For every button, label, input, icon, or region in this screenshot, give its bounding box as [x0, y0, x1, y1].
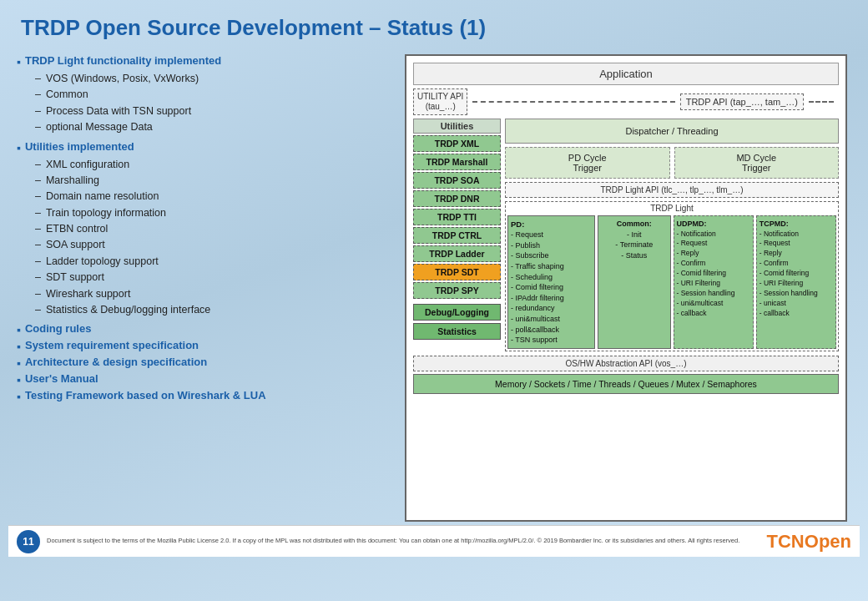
- debug-logging-box: Debug/Logging: [413, 304, 501, 321]
- tcpmd-box: TCPMD: - Notification - Request - Reply …: [756, 215, 836, 349]
- trdp-marshall-box: TRDP Marshall: [413, 154, 501, 170]
- left-column: TRDP Light functionality implemented VOS…: [17, 54, 396, 522]
- tcn-logo: TCNOpen: [767, 531, 851, 553]
- section-header-1: TRDP Light functionality implemented: [17, 54, 396, 68]
- trdp-ladder-box: TRDP Ladder: [413, 245, 501, 262]
- application-bar: Application: [413, 63, 839, 85]
- list-item: VOS (Windows, Posix, VxWorks): [35, 71, 396, 87]
- common-box: Common: - Init - Terminate - Status: [598, 215, 670, 349]
- memory-row: Memory / Sockets / Time / Threads / Queu…: [413, 374, 839, 394]
- utilities-column: Utilities TRDP XML TRDP Marshall TRDP SO…: [413, 119, 501, 351]
- slide-container: TRDP Open Source Development – Status (1…: [0, 0, 868, 601]
- pd-box: PD: - Request - Publish - Subscribe - Tr…: [507, 215, 595, 349]
- list-item: SDT support: [35, 270, 396, 285]
- md-cycle-box: MD CycleTrigger: [674, 147, 840, 179]
- trdp-soa-box: TRDP SOA: [413, 172, 501, 189]
- udpmd-box: UDPMD: - Notification - Request - Reply …: [674, 215, 754, 349]
- statistics-box: Statistics: [413, 323, 501, 340]
- list-item: optional Message Data: [35, 119, 396, 135]
- section-header-5: Architecture & design specification: [17, 356, 396, 370]
- trdp-api-label: TRDP API (tap_…, tam_…): [680, 93, 804, 110]
- page-number: 11: [17, 530, 40, 553]
- dashed-line-2: [809, 101, 834, 103]
- tcn-text: TCN: [767, 531, 805, 552]
- open-text: Open: [805, 531, 851, 552]
- content-area: TRDP Light functionality implemented VOS…: [8, 54, 860, 522]
- os-hw-row: OS/HW Abstraction API (vos_…): [413, 356, 839, 371]
- list-item: Marshalling: [35, 173, 396, 189]
- section-header-3: Coding rules: [17, 322, 396, 336]
- list-item: Ladder topology support: [35, 254, 396, 270]
- sub-items-2: XML configuration Marshalling Domain nam…: [17, 157, 396, 319]
- section-header-4: System requirement specification: [17, 339, 396, 353]
- trdp-light-title: TRDP Light: [507, 204, 836, 213]
- list-item: ETBN control: [35, 221, 396, 237]
- list-item: SOA support: [35, 237, 396, 253]
- utilities-header: Utilities: [413, 119, 501, 134]
- diagram-body: Utilities TRDP XML TRDP Marshall TRDP SO…: [413, 119, 839, 351]
- cycle-row: PD CycleTrigger MD CycleTrigger: [505, 147, 839, 179]
- sub-items-1: VOS (Windows, Posix, VxWorks) Common Pro…: [17, 71, 396, 136]
- dispatcher-box: Dispatcher / Threading: [505, 119, 839, 144]
- list-item: Domain name resolution: [35, 189, 396, 205]
- list-item: Common: [35, 87, 396, 103]
- trdp-dnr-box: TRDP DNR: [413, 190, 501, 207]
- trdp-sdt-box: TRDP SDT: [413, 264, 501, 280]
- diagram-wrapper: Application UTILITY API(tau_…) TRDP API …: [405, 54, 847, 522]
- list-item: XML configuration: [35, 157, 396, 173]
- section-header-7: Testing Framework based on Wireshark & L…: [17, 389, 396, 403]
- list-item: Statistics & Debug/logging interface: [35, 302, 396, 318]
- trdp-tti-box: TRDP TTI: [413, 209, 501, 225]
- trdp-ctrl-box: TRDP CTRL: [413, 227, 501, 244]
- trdp-light-api-label: TRDP Light API (tlc_…, tlp_…, tlm_…): [505, 182, 839, 198]
- right-main: Dispatcher / Threading PD CycleTrigger M…: [505, 119, 839, 351]
- list-item: Process Data with TSN support: [35, 104, 396, 119]
- list-item: Wireshark support: [35, 286, 396, 302]
- slide-title: TRDP Open Source Development – Status (1…: [8, 8, 860, 48]
- footer: 11 Document is subject to the terms of t…: [8, 525, 860, 557]
- trdp-xml-box: TRDP XML: [413, 135, 501, 152]
- pd-cycle-box: PD CycleTrigger: [505, 147, 670, 179]
- list-item: Train topology information: [35, 205, 396, 221]
- footer-text: Document is subject to the terms of the …: [47, 537, 759, 546]
- dashed-line-1: [472, 101, 674, 103]
- utility-api-label: UTILITY API(tau_…): [413, 88, 467, 115]
- section-header-2: Utilities implemented: [17, 140, 396, 154]
- section-header-6: User's Manual: [17, 372, 396, 386]
- trdp-light-inner: PD: - Request - Publish - Subscribe - Tr…: [507, 215, 836, 349]
- trdp-spy-box: TRDP SPY: [413, 282, 501, 299]
- api-row: UTILITY API(tau_…) TRDP API (tap_…, tam_…: [413, 88, 839, 115]
- trdp-light-section: TRDP Light PD: - Request - Publish - Sub…: [505, 201, 839, 351]
- dispatcher-row: Dispatcher / Threading: [505, 119, 839, 144]
- right-column: Application UTILITY API(tau_…) TRDP API …: [405, 54, 851, 522]
